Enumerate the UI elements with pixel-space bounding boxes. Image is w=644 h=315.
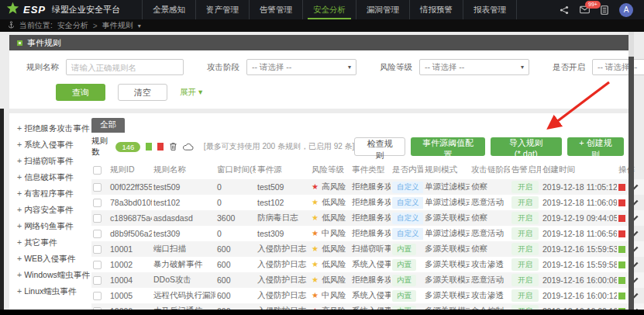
nav-item-6[interactable]: 报表管理 xyxy=(463,0,517,19)
cell-mode: 多源关联模式 xyxy=(423,241,470,257)
brand-logo[interactable]: ESP 绿盟企业安全平台 xyxy=(0,0,128,19)
risk-level-field: 风险等级 -- 请选择 -- ▾ xyxy=(380,59,529,75)
table-row: 78a3bd010f...test1020test102★低风险拒绝服务攻...… xyxy=(91,195,644,210)
nav-item-3[interactable]: 安全分析 xyxy=(302,0,356,19)
expand-link[interactable]: 展开 ▾ xyxy=(180,87,202,98)
sidebar-item-3[interactable]: +信息破坏事件 xyxy=(17,169,85,185)
cloud-export-icon[interactable] xyxy=(183,143,194,151)
cell-type: 扫描窃听事... xyxy=(350,241,391,257)
cell-type: 系统入侵事... xyxy=(350,288,391,303)
row-select-cell xyxy=(91,210,108,226)
expand-plus-icon[interactable]: + xyxy=(17,237,22,247)
cell-name: DDoS攻击 xyxy=(152,272,215,288)
status-square-icon[interactable] xyxy=(618,184,625,191)
create-rule-button[interactable]: + 创建规则 xyxy=(567,137,624,156)
risk-level-text: 中风险 xyxy=(322,228,346,237)
cell-source: test309 xyxy=(256,226,310,241)
sidebar-item-8[interactable]: +WEB入侵事件 xyxy=(17,251,85,267)
sidebar-item-10[interactable]: +Linux蠕虫事件 xyxy=(17,283,85,299)
messages-icon[interactable]: 99+ xyxy=(580,5,590,14)
nav-item-2[interactable]: 告警管理 xyxy=(249,0,302,19)
expand-plus-icon[interactable]: + xyxy=(17,156,22,165)
nav-item-1[interactable]: 资产管理 xyxy=(195,0,249,19)
nav-item-label: 全景感知 xyxy=(153,5,185,16)
row-select-cell xyxy=(91,257,108,272)
import-rules-button[interactable]: 导入规则(*.dat) xyxy=(491,137,562,156)
status-square-icon[interactable] xyxy=(618,230,625,237)
status-square-icon[interactable] xyxy=(618,246,625,253)
cell-window: 600 xyxy=(215,241,256,257)
select-all-checkbox[interactable] xyxy=(93,166,102,175)
scrollbar-track[interactable] xyxy=(629,32,634,310)
cell-id: 10004 xyxy=(108,272,152,288)
sidebar-item-1[interactable]: +系统入侵事件 xyxy=(17,137,85,153)
sidebar-item-4[interactable]: +有害程序事件 xyxy=(17,185,85,202)
builtin-badge: 自定义 xyxy=(392,228,423,240)
row-checkbox[interactable] xyxy=(93,230,102,238)
sidebar-item-7[interactable]: +其它事件 xyxy=(17,234,85,251)
clear-button[interactable]: 清空 xyxy=(118,84,167,101)
user-avatar[interactable]: A xyxy=(619,3,633,17)
row-checkbox[interactable] xyxy=(93,183,102,192)
cell-risk: ★低风险 xyxy=(310,257,350,272)
sidebar-item-2[interactable]: +扫描窃听事件 xyxy=(17,153,85,169)
row-checkbox[interactable] xyxy=(93,199,102,207)
expand-plus-icon[interactable]: + xyxy=(17,189,22,198)
sidebar-item-0[interactable]: +拒绝服务攻击事件 xyxy=(17,120,85,137)
row-checkbox[interactable] xyxy=(93,214,102,223)
breadcrumb-event-rules[interactable]: 事件规则 xyxy=(102,20,133,31)
row-checkbox[interactable] xyxy=(93,292,102,300)
nav-item-label: 报表管理 xyxy=(474,5,506,16)
batch-delete-icon[interactable] xyxy=(169,142,177,151)
enabled-select[interactable]: -- 请选择 -- ▾ xyxy=(592,59,644,75)
cell-window: 600 xyxy=(215,288,256,303)
row-checkbox[interactable] xyxy=(93,276,102,285)
sidebar-item-label: Windows蠕虫事件 xyxy=(24,270,90,279)
share-icon[interactable] xyxy=(560,5,569,15)
sidebar-item-label: 系统入侵事件 xyxy=(24,140,73,149)
nav-item-0[interactable]: 全景感知 xyxy=(142,0,195,19)
sidebar-item-5[interactable]: +内容安全事件 xyxy=(17,202,85,218)
status-square-icon[interactable] xyxy=(618,215,625,222)
expand-plus-icon[interactable]: + xyxy=(17,140,22,149)
sidebar-item-9[interactable]: +Windows蠕虫事件 xyxy=(17,267,85,283)
column-header-1: 规则名称 xyxy=(152,161,215,179)
status-square-icon[interactable] xyxy=(618,199,625,206)
nav-item-5[interactable]: 情报预警 xyxy=(409,0,463,19)
cell-id: d8b9f506a2... xyxy=(108,226,152,241)
expand-plus-icon[interactable]: + xyxy=(17,205,22,214)
alarm-status-badge: 开启 xyxy=(511,212,539,224)
row-checkbox[interactable] xyxy=(93,261,102,269)
rule-name-input[interactable] xyxy=(66,59,184,75)
cell-builtin: 自定义 xyxy=(391,210,423,226)
alarm-status-badge: 开启 xyxy=(511,181,539,193)
status-square-icon[interactable] xyxy=(618,261,625,268)
expand-plus-icon[interactable]: + xyxy=(17,270,22,279)
expand-plus-icon[interactable]: + xyxy=(17,221,22,230)
expand-plus-icon[interactable]: + xyxy=(17,254,22,263)
breadcrumb-security-analysis[interactable]: 安全分析 xyxy=(57,20,88,31)
cell-risk: ★低风险 xyxy=(310,195,350,210)
risk-level-select[interactable]: -- 请选择 -- ▾ xyxy=(419,59,529,75)
cell-created: 2019-12-16 15:59:58 xyxy=(541,257,617,272)
document-icon[interactable] xyxy=(601,5,608,15)
attack-stage-select[interactable]: -- 请选择 -- ▾ xyxy=(246,59,356,75)
cell-alarm: 开启 xyxy=(510,288,541,303)
tab-all[interactable]: 全部 xyxy=(91,118,125,133)
nav-item-4[interactable]: 漏洞管理 xyxy=(356,0,409,19)
cell-type: 拒绝服务攻... xyxy=(350,272,391,288)
status-square-icon[interactable] xyxy=(618,277,625,284)
threshold-config-button[interactable]: 事件源阈值配置 xyxy=(411,137,484,156)
table-body: 00f022ff355...test5090test509★高风险拒绝服务攻..… xyxy=(91,179,644,315)
expand-plus-icon[interactable]: + xyxy=(17,286,22,296)
sidebar-item-6[interactable]: +网络钓鱼事件 xyxy=(17,218,85,234)
status-square-icon[interactable] xyxy=(618,292,625,299)
search-button[interactable]: 查询 xyxy=(56,84,105,101)
row-checkbox[interactable] xyxy=(93,245,102,254)
expand-plus-icon[interactable]: + xyxy=(17,172,22,182)
breadcrumb-caret-icon[interactable]: ▾ xyxy=(138,22,141,29)
check-rules-button[interactable]: 检查规则 xyxy=(354,137,405,156)
scrollbar-thumb[interactable] xyxy=(629,57,634,310)
expand-plus-icon[interactable]: + xyxy=(17,123,22,133)
column-header-5: 事件类型 xyxy=(350,161,391,179)
